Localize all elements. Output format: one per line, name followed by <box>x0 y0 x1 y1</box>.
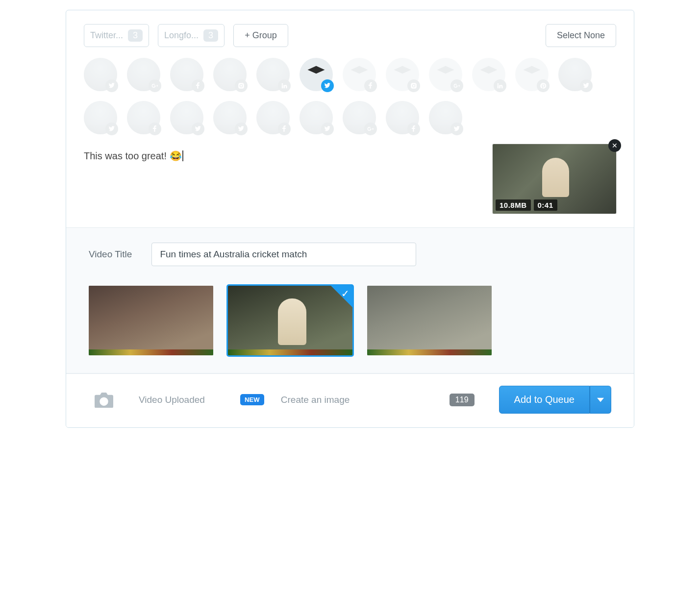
profile-avatar[interactable] <box>429 58 462 91</box>
facebook-icon <box>364 79 377 92</box>
profile-avatar[interactable] <box>515 58 549 91</box>
profile-grid <box>66 52 634 139</box>
group-label: Twitter... <box>90 30 123 41</box>
twitter-icon <box>105 123 118 135</box>
group-count: 3 <box>128 29 143 42</box>
profile-avatar[interactable] <box>386 58 419 91</box>
close-icon[interactable]: ✕ <box>608 139 621 152</box>
profile-avatar[interactable] <box>256 101 290 134</box>
twitter-icon <box>105 79 118 92</box>
check-icon: ✓ <box>341 288 350 299</box>
group-label: Longfo... <box>164 30 199 41</box>
profile-avatar[interactable] <box>300 101 333 134</box>
video-duration: 0:41 <box>534 199 557 211</box>
googleplus-icon <box>364 123 377 135</box>
profile-avatar[interactable] <box>300 58 333 91</box>
profile-avatar[interactable] <box>343 58 376 91</box>
linkedin-icon <box>278 79 291 92</box>
facebook-icon <box>407 123 420 135</box>
new-badge: NEW <box>240 394 264 405</box>
googleplus-icon <box>149 79 161 92</box>
profile-avatar[interactable] <box>386 101 419 134</box>
thumbnail-row: ✓ <box>89 286 611 355</box>
composer-panel: Twitter... 3 Longfo... 3 + Group Select … <box>66 10 634 428</box>
select-none-button[interactable]: Select None <box>546 24 616 47</box>
facebook-icon <box>192 79 204 92</box>
add-to-queue-button[interactable]: Add to Queue <box>499 386 590 414</box>
profile-avatar[interactable] <box>213 58 247 91</box>
queue-dropdown-button[interactable] <box>590 386 611 414</box>
camera-icon[interactable] <box>95 393 113 407</box>
profile-avatar[interactable] <box>84 101 117 134</box>
video-size: 10.8MB <box>496 199 531 211</box>
profile-avatar[interactable] <box>84 58 117 91</box>
group-chip-twitter[interactable]: Twitter... 3 <box>84 24 149 47</box>
queue-button-group: Add to Queue <box>499 386 611 414</box>
thumbnail-option-3[interactable] <box>367 286 492 355</box>
top-bar: Twitter... 3 Longfo... 3 + Group Select … <box>66 10 634 52</box>
thumbnail-option-1[interactable] <box>89 286 213 355</box>
profile-avatar[interactable] <box>472 58 505 91</box>
pinterest-icon <box>537 79 550 92</box>
profile-avatar[interactable] <box>256 58 290 91</box>
group-chip-longform[interactable]: Longfo... 3 <box>158 24 225 47</box>
profile-avatar[interactable] <box>558 58 592 91</box>
profile-avatar[interactable] <box>127 101 160 134</box>
facebook-icon <box>149 123 161 135</box>
compose-area[interactable]: This was too great! 😂 ✕ 10.8MB 0:41 <box>66 139 634 227</box>
profile-avatar[interactable] <box>170 58 203 91</box>
profile-avatar[interactable] <box>170 101 203 134</box>
twitter-icon <box>235 123 248 135</box>
video-uploaded-label: Video Uploaded <box>139 395 205 405</box>
video-title-label: Video Title <box>89 249 132 260</box>
thumbnail-option-2[interactable]: ✓ <box>228 286 352 355</box>
twitter-icon <box>321 79 334 92</box>
linkedin-icon <box>494 79 506 92</box>
video-meta-section: Video Title ✓ <box>66 227 634 373</box>
create-image-link[interactable]: Create an image <box>281 395 350 405</box>
add-group-button[interactable]: + Group <box>233 24 288 47</box>
twitter-icon <box>192 123 204 135</box>
compose-text[interactable]: This was too great! 😂 <box>84 150 403 162</box>
bottom-bar: Video Uploaded NEW Create an image 119 A… <box>66 373 634 427</box>
chevron-down-icon <box>597 396 604 403</box>
video-title-input[interactable] <box>151 243 416 266</box>
group-count: 3 <box>203 29 218 42</box>
instagram-icon <box>235 79 248 92</box>
profile-avatar[interactable] <box>127 58 160 91</box>
char-count: 119 <box>450 394 475 406</box>
googleplus-icon <box>450 79 463 92</box>
twitter-icon <box>321 123 334 135</box>
video-preview[interactable]: ✕ 10.8MB 0:41 <box>493 144 616 214</box>
facebook-icon <box>278 123 291 135</box>
twitter-icon <box>580 79 593 92</box>
twitter-icon <box>450 123 463 135</box>
profile-avatar[interactable] <box>343 101 376 134</box>
profile-avatar[interactable] <box>213 101 247 134</box>
profile-avatar[interactable] <box>429 101 462 134</box>
instagram-icon <box>407 79 420 92</box>
